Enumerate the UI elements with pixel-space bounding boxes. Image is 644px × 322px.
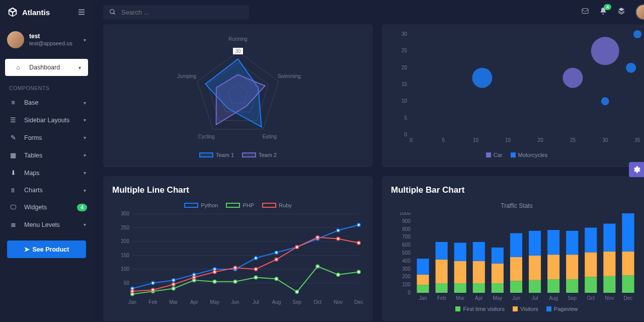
bars-icon: ⫼ — [9, 187, 17, 194]
svg-rect-122 — [436, 283, 448, 293]
line-chart: 50100150200250300JanFebMarAprMayJunJulAu… — [112, 211, 364, 312]
table-icon: ▦ — [9, 151, 17, 159]
line-chart-card: Multiple Line Chart Python PHP Ruby 5010… — [103, 176, 373, 321]
legend-item[interactable]: Team 2 — [242, 152, 277, 158]
card-title: Multiple Bar Chart — [391, 185, 642, 195]
nav-label: Tables — [24, 152, 42, 159]
mail-icon[interactable] — [581, 7, 589, 17]
svg-text:25: 25 — [570, 137, 576, 143]
svg-text:Eating: Eating — [263, 134, 277, 139]
app-name: Atlantis — [22, 8, 50, 17]
svg-point-83 — [357, 271, 360, 274]
svg-text:Nov: Nov — [334, 299, 343, 305]
nav-base[interactable]: ≡Base▾ — [0, 94, 93, 111]
svg-rect-151 — [603, 224, 615, 252]
pencil-icon: ✎ — [9, 134, 17, 141]
nav-maps[interactable]: ⬇Maps▾ — [0, 164, 93, 182]
main: 4 RunningSwimmingEatingCyclingJumping30 … — [93, 0, 644, 322]
hamburger-icon[interactable] — [77, 8, 86, 17]
svg-rect-129 — [473, 261, 485, 283]
svg-text:Sep: Sep — [568, 295, 577, 301]
svg-text:800: 800 — [402, 226, 411, 232]
svg-text:5: 5 — [404, 115, 407, 121]
bar-legend: First time visitors Visitors Pageview — [391, 306, 642, 312]
settings-gear-button[interactable] — [629, 162, 644, 177]
nav-label: Widgets — [24, 204, 47, 211]
svg-point-81 — [316, 265, 319, 268]
avatar — [7, 31, 24, 48]
nav-charts[interactable]: ⫼Charts▾ — [0, 182, 93, 199]
line-legend: Python PHP Ruby — [112, 202, 364, 208]
bell-icon[interactable]: 4 — [599, 7, 607, 17]
svg-text:Mar: Mar — [169, 299, 178, 305]
svg-rect-148 — [585, 227, 597, 252]
svg-point-67 — [275, 251, 278, 254]
legend-item[interactable]: PHP — [226, 202, 254, 208]
app-logo[interactable]: Atlantis — [7, 7, 50, 18]
nav-menu-levels[interactable]: ≣Menu Levels▾ — [0, 216, 93, 233]
legend-item[interactable]: Python — [184, 202, 218, 208]
radar-legend: Team 1 Team 2 — [112, 152, 364, 158]
list-icon: ☰ — [9, 116, 17, 124]
svg-point-33 — [601, 97, 609, 105]
search-input[interactable] — [121, 9, 243, 16]
see-product-button[interactable]: ➤ See Product — [7, 240, 86, 258]
chart-subtitle: Traffic Stats — [391, 202, 642, 209]
nav-widgets[interactable]: 🖵Widgets4 — [0, 199, 93, 216]
svg-point-30 — [562, 68, 583, 88]
chevron-down-icon: ▾ — [84, 100, 86, 106]
nav-label: Dashboard — [29, 64, 60, 71]
svg-text:15: 15 — [505, 137, 511, 143]
svg-text:200: 200 — [402, 274, 411, 279]
nav-sidebar-layouts[interactable]: ☰Sidebar Layouts▾ — [0, 111, 93, 129]
legend-item[interactable]: Visitors — [513, 306, 538, 312]
nav-label: Menu Levels — [24, 221, 60, 228]
svg-point-70 — [337, 229, 340, 232]
nav-dashboard[interactable]: ⌂ Dashboard ▾ — [5, 59, 88, 76]
svg-rect-149 — [603, 276, 615, 293]
svg-text:Jun: Jun — [512, 295, 520, 301]
svg-rect-150 — [603, 252, 615, 276]
svg-point-92 — [295, 246, 298, 249]
legend-item[interactable]: First time visitors — [455, 306, 505, 312]
svg-text:100: 100 — [402, 282, 411, 287]
nav-tables[interactable]: ▦Tables▾ — [0, 146, 93, 164]
svg-text:30: 30 — [401, 31, 408, 37]
svg-text:Jan: Jan — [419, 295, 427, 301]
layers-icon[interactable] — [617, 7, 625, 17]
layers-icon: ≡ — [9, 99, 17, 106]
svg-text:50: 50 — [124, 280, 130, 286]
svg-text:Swimming: Swimming — [278, 73, 301, 79]
chevron-down-icon: ▾ — [78, 65, 81, 70]
card-title: Multiple Line Chart — [112, 185, 364, 195]
svg-text:20: 20 — [538, 137, 544, 143]
svg-rect-119 — [417, 285, 429, 293]
svg-point-79 — [275, 277, 278, 280]
svg-point-77 — [234, 280, 237, 283]
search-box[interactable] — [103, 5, 249, 20]
svg-text:0: 0 — [410, 137, 413, 143]
chevron-down-icon: ▾ — [84, 170, 86, 176]
legend-item[interactable]: Team 1 — [199, 152, 234, 158]
avatar[interactable] — [635, 4, 644, 20]
bubble-chart-card: 05101520253005101520253035 Car Motorcycl… — [382, 24, 644, 167]
svg-point-62 — [172, 279, 175, 282]
user-card[interactable]: test test@appseed.us ▾ — [0, 24, 93, 56]
svg-rect-153 — [622, 252, 634, 275]
menu-icon: ≣ — [9, 221, 17, 228]
radar-chart: RunningSwimmingEatingCyclingJumping30 — [112, 29, 364, 150]
legend-item[interactable]: Ruby — [262, 202, 292, 208]
svg-point-80 — [295, 290, 298, 293]
svg-text:500: 500 — [402, 250, 411, 256]
legend-item[interactable]: Car — [486, 152, 503, 158]
svg-point-91 — [275, 258, 278, 261]
legend-item[interactable]: Motorcycles — [511, 152, 548, 158]
svg-text:Aug: Aug — [272, 299, 281, 305]
svg-point-84 — [131, 290, 134, 293]
svg-rect-134 — [510, 281, 522, 293]
legend-item[interactable]: Pageview — [546, 306, 578, 312]
svg-point-78 — [254, 276, 257, 279]
svg-text:Running: Running — [228, 36, 247, 42]
svg-point-34 — [626, 63, 636, 73]
nav-forms[interactable]: ✎Forms▾ — [0, 129, 93, 146]
